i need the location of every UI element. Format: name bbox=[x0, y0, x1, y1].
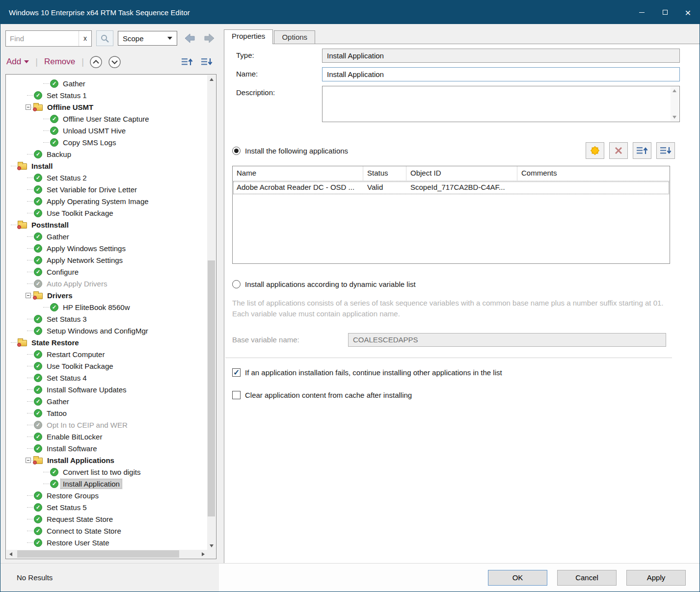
clear-cache-checkbox[interactable] bbox=[232, 391, 241, 399]
continue-on-fail-checkbox[interactable] bbox=[232, 368, 241, 377]
description-scrollbar[interactable] bbox=[671, 87, 679, 121]
vertical-scrollbar[interactable] bbox=[207, 75, 215, 550]
find-clear-button[interactable]: x bbox=[79, 31, 91, 46]
tree-step-item[interactable]: ✓Restart Computer bbox=[6, 348, 207, 360]
description-field[interactable] bbox=[322, 86, 680, 122]
column-header[interactable]: Status bbox=[363, 166, 406, 180]
scroll-down-arrow[interactable] bbox=[673, 116, 676, 119]
move-application-down-button[interactable] bbox=[656, 142, 675, 159]
minimize-button[interactable] bbox=[630, 0, 653, 24]
tree-step-item[interactable]: ✓Apply Operating System Image bbox=[6, 195, 207, 207]
scroll-left-arrow[interactable] bbox=[6, 550, 15, 558]
step-check-icon: ✓ bbox=[34, 197, 42, 206]
tree-step-item[interactable]: ✓Unload USMT Hive bbox=[6, 125, 207, 136]
apply-button[interactable]: Apply bbox=[626, 570, 686, 586]
horizontal-scrollbar[interactable] bbox=[6, 550, 207, 558]
collapse-expander-icon[interactable] bbox=[26, 293, 31, 298]
add-button[interactable]: Add bbox=[5, 57, 30, 67]
collapse-expander-icon[interactable] bbox=[26, 104, 31, 110]
tree-step-item[interactable]: ✓Enable BitLocker bbox=[6, 431, 207, 442]
tree-item-label: Enable BitLocker bbox=[45, 432, 104, 441]
tree-step-item[interactable]: ✓Restore Groups bbox=[6, 489, 207, 501]
install-applications-radio[interactable] bbox=[232, 147, 241, 155]
cancel-button[interactable]: Cancel bbox=[557, 570, 617, 586]
scroll-up-arrow[interactable] bbox=[207, 75, 215, 83]
tree-group-item[interactable]: Install bbox=[6, 160, 207, 172]
tree-step-item[interactable]: ✓Use Toolkit Package bbox=[6, 207, 207, 219]
tree-step-item[interactable]: ✓Backup bbox=[6, 148, 207, 160]
dynamic-variable-radio[interactable] bbox=[232, 280, 241, 288]
name-field[interactable] bbox=[322, 67, 680, 81]
tab-properties[interactable]: Properties bbox=[224, 29, 273, 44]
expand-all-button[interactable] bbox=[108, 55, 121, 69]
tree-step-item[interactable]: ✓Install Software bbox=[6, 442, 207, 454]
tree-group-item[interactable]: Offline USMT bbox=[6, 101, 207, 113]
collapse-expander-icon[interactable] bbox=[26, 458, 31, 463]
vertical-scroll-thumb[interactable] bbox=[208, 260, 215, 517]
horizontal-scroll-thumb[interactable] bbox=[17, 550, 179, 558]
scroll-right-arrow[interactable] bbox=[199, 550, 207, 558]
tree-step-item[interactable]: ✓Set Status 4 bbox=[6, 372, 207, 384]
tree-step-item[interactable]: ✓Convert list to two digits bbox=[6, 466, 207, 478]
tree-group-item[interactable]: State Restore bbox=[6, 336, 207, 348]
application-row[interactable]: Adobe Acrobat Reader DC - OSD ...ValidSc… bbox=[233, 181, 670, 195]
tree-step-item[interactable]: ✓Install Software Updates bbox=[6, 384, 207, 395]
move-step-down-button[interactable] bbox=[200, 56, 213, 67]
tree-group-item[interactable]: Install Applications bbox=[6, 454, 207, 466]
tree-step-item[interactable]: ✓Auto Apply Drivers bbox=[6, 278, 207, 289]
tree-step-item[interactable]: ✓Install Application bbox=[6, 478, 207, 489]
tree-step-item[interactable]: ✓Request State Store bbox=[6, 513, 207, 525]
move-application-up-button[interactable] bbox=[633, 142, 651, 159]
tree-step-item[interactable]: ✓Set Status 2 bbox=[6, 172, 207, 183]
tree-group-item[interactable]: Drivers bbox=[6, 289, 207, 301]
move-step-up-button[interactable] bbox=[181, 56, 193, 67]
remove-application-button[interactable] bbox=[609, 142, 628, 159]
tab-options[interactable]: Options bbox=[274, 30, 315, 44]
tree-step-item[interactable]: ✓Configure bbox=[6, 266, 207, 278]
install-applications-radio-label: Install the following applications bbox=[245, 147, 348, 155]
footer-bar: No Results OK Cancel Apply bbox=[0, 563, 700, 592]
tree-group-item[interactable]: PostInstall bbox=[6, 219, 207, 231]
tree-step-item[interactable]: ✓Gather bbox=[6, 77, 207, 89]
step-check-icon: ✓ bbox=[34, 527, 42, 535]
tree-step-item[interactable]: ✓Offline User State Capture bbox=[6, 113, 207, 125]
type-field[interactable] bbox=[322, 49, 680, 63]
tree-item-label: Connect to State Store bbox=[45, 526, 123, 536]
tree-step-item[interactable]: ✓Set Status 3 bbox=[6, 313, 207, 325]
tree-item-label: Opt In to CEIP and WER bbox=[45, 420, 130, 430]
find-input[interactable] bbox=[6, 34, 79, 43]
tree-step-item[interactable]: ✓Tattoo bbox=[6, 407, 207, 419]
search-button[interactable] bbox=[96, 30, 113, 46]
tree-step-item[interactable]: ✓Opt In to CEIP and WER bbox=[6, 419, 207, 431]
collapse-all-button[interactable] bbox=[89, 55, 103, 69]
tree-step-item[interactable]: ✓Connect to State Store bbox=[6, 525, 207, 537]
tree-step-item[interactable]: ✓Apply Windows Settings bbox=[6, 242, 207, 254]
step-check-icon: ✓ bbox=[34, 409, 42, 417]
column-header[interactable]: Comments bbox=[517, 166, 670, 180]
tree-step-item[interactable]: ✓Set Variable for Drive Letter bbox=[6, 183, 207, 195]
tree-step-item[interactable]: ✓Setup Windows and ConfigMgr bbox=[6, 325, 207, 336]
find-previous-button[interactable] bbox=[182, 31, 197, 46]
tree-step-item[interactable]: ✓Copy SMS Logs bbox=[6, 136, 207, 148]
remove-button[interactable]: Remove bbox=[43, 57, 76, 67]
close-button[interactable]: × bbox=[676, 0, 700, 24]
tree-step-item[interactable]: ✓Set Status 5 bbox=[6, 501, 207, 513]
find-next-button[interactable] bbox=[202, 31, 217, 46]
tree-step-item[interactable]: ✓Gather bbox=[6, 231, 207, 242]
column-header[interactable]: Name bbox=[233, 166, 363, 180]
ok-button[interactable]: OK bbox=[488, 570, 547, 586]
base-variable-field[interactable] bbox=[348, 333, 666, 347]
tree-step-item[interactable]: ✓Set Status 1 bbox=[6, 89, 207, 101]
tree-step-item[interactable]: ✓Apply Network Settings bbox=[6, 254, 207, 266]
tree-step-item[interactable]: ✓HP EliteBook 8560w bbox=[6, 301, 207, 313]
scope-dropdown[interactable]: Scope bbox=[118, 31, 177, 46]
add-application-button[interactable] bbox=[586, 142, 604, 159]
scroll-down-arrow[interactable] bbox=[207, 541, 215, 550]
column-header[interactable]: Object ID bbox=[406, 166, 517, 180]
scroll-up-arrow[interactable] bbox=[673, 89, 676, 92]
tree-step-item[interactable]: ✓Restore User State bbox=[6, 537, 207, 548]
maximize-button[interactable] bbox=[653, 0, 676, 24]
tree-step-item[interactable]: ✓Use Toolkit Package bbox=[6, 360, 207, 372]
tree-step-item[interactable]: ✓Gather bbox=[6, 395, 207, 407]
dialog-buttons: OK Cancel Apply bbox=[219, 564, 700, 592]
